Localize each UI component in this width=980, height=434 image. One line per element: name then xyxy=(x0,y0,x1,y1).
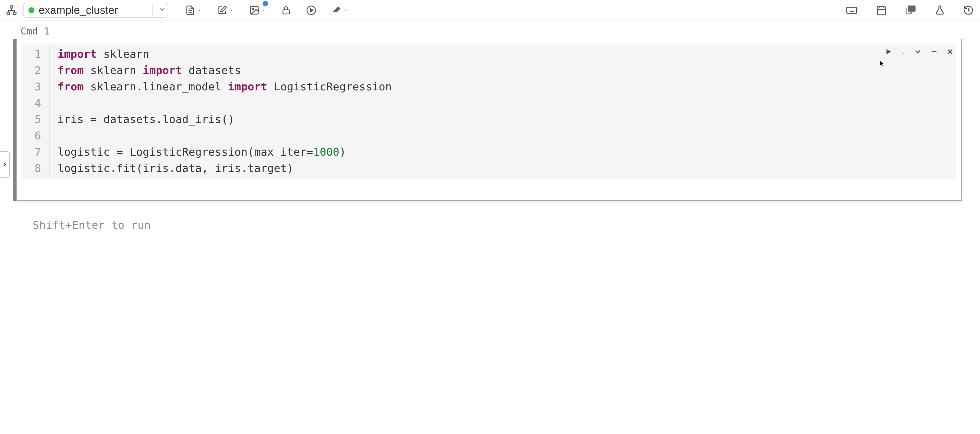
workspace-tree-button[interactable] xyxy=(6,5,17,16)
experiments-button[interactable] xyxy=(935,5,945,16)
run-cell-button[interactable] xyxy=(884,47,893,58)
comments-button[interactable] xyxy=(905,5,916,16)
revision-history-button[interactable] xyxy=(963,5,974,16)
caret-down-icon xyxy=(229,8,234,13)
expand-cell-button[interactable] xyxy=(913,48,922,58)
caret-down-icon xyxy=(197,8,202,13)
notification-dot xyxy=(262,1,268,6)
cell-action-bar xyxy=(884,47,954,58)
code-cell[interactable]: 12345678 import sklearnfrom sklearn impo… xyxy=(16,39,962,201)
edit-icon xyxy=(217,5,228,16)
tree-icon xyxy=(6,5,17,16)
run-all-icon xyxy=(306,5,317,16)
run-hint-text: Shift+Enter to run xyxy=(0,201,980,231)
chevron-right-icon xyxy=(1,161,8,168)
chevron-down-icon xyxy=(159,5,165,15)
permissions-button[interactable] xyxy=(281,5,291,15)
svg-rect-7 xyxy=(846,7,857,13)
svg-rect-0 xyxy=(10,6,13,8)
edit-menu[interactable] xyxy=(217,5,234,16)
run-cell-dropdown[interactable] xyxy=(901,48,905,58)
image-icon xyxy=(249,5,259,16)
chevron-down-icon xyxy=(913,48,922,56)
code-editor[interactable]: 12345678 import sklearnfrom sklearn impo… xyxy=(22,44,956,179)
cell-container: 12345678 import sklearnfrom sklearn impo… xyxy=(0,39,980,201)
svg-point-4 xyxy=(252,8,253,10)
clear-menu[interactable] xyxy=(331,5,348,16)
minus-icon xyxy=(930,48,938,56)
keyboard-shortcuts-button[interactable] xyxy=(846,4,858,16)
cluster-attach-dropdown[interactable]: example_cluster xyxy=(23,3,168,18)
expand-sidebar-toggle[interactable] xyxy=(0,151,10,178)
file-icon xyxy=(185,5,196,16)
svg-rect-1 xyxy=(7,12,10,14)
svg-rect-8 xyxy=(877,6,886,15)
close-icon xyxy=(946,48,954,55)
keyboard-icon xyxy=(846,4,858,16)
caret-down-icon xyxy=(344,8,348,13)
mouse-cursor xyxy=(879,60,885,67)
line-gutter: 12345678 xyxy=(22,46,49,176)
lock-icon xyxy=(281,5,291,15)
view-menu[interactable] xyxy=(249,5,266,16)
comments-icon xyxy=(905,5,916,16)
calendar-icon xyxy=(876,5,887,16)
svg-rect-5 xyxy=(283,10,289,14)
eraser-icon xyxy=(331,5,342,16)
file-menu[interactable] xyxy=(185,5,202,16)
flask-icon xyxy=(935,5,945,16)
svg-rect-2 xyxy=(13,12,16,14)
toolbar-right-group xyxy=(846,4,974,16)
cluster-name: example_cluster xyxy=(39,4,118,17)
run-all-button[interactable] xyxy=(306,5,317,16)
divider xyxy=(153,5,153,16)
code-source[interactable]: import sklearnfrom sklearn import datase… xyxy=(49,46,951,176)
cell-label: Cmd 1 xyxy=(0,21,980,39)
minimize-cell-button[interactable] xyxy=(930,48,938,58)
toolbar-left-group xyxy=(185,5,348,16)
caret-down-icon xyxy=(261,8,266,13)
cluster-status-dot xyxy=(29,7,35,13)
schedule-button[interactable] xyxy=(876,5,887,16)
delete-cell-button[interactable] xyxy=(946,48,954,58)
notebook-toolbar: example_cluster xyxy=(0,0,980,21)
history-icon xyxy=(963,5,974,16)
